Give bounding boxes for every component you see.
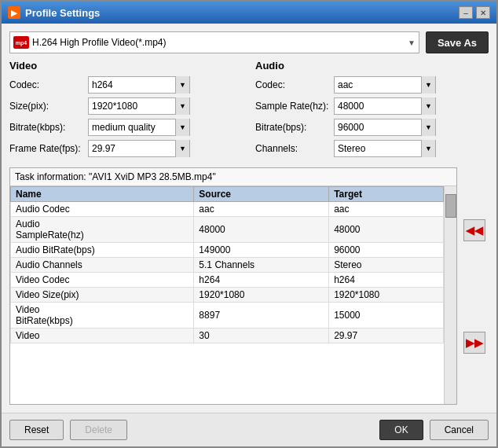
main-content: mp4 H.264 High Profile Video(*.mp4) ▼ Sa… xyxy=(2,24,496,413)
audio-samplerate-row: Sample Rate(hz): 48000 ▼ xyxy=(255,97,489,115)
bottom-right-buttons: OK Cancel xyxy=(379,420,489,440)
audio-channels-value: Stereo xyxy=(335,143,421,154)
audio-bitrate-row: Bitrate(bps): 96000 ▼ xyxy=(255,119,489,136)
table-cell-7-2: 29.97 xyxy=(329,329,444,343)
reset-button[interactable]: Reset xyxy=(9,420,64,440)
delete-button[interactable]: Delete xyxy=(70,420,127,440)
audio-bitrate-select[interactable]: 96000 ▼ xyxy=(334,119,436,136)
video-size-select[interactable]: 1920*1080 ▼ xyxy=(88,97,190,115)
table-cell-3-1: 5.1 Channels xyxy=(194,258,329,273)
profile-select-wrapper[interactable]: mp4 H.264 High Profile Video(*.mp4) ▼ xyxy=(9,31,419,53)
table-cell-1-2: 48000 xyxy=(329,217,444,243)
table-row: Video BitRate(kbps)889715000 xyxy=(11,303,444,329)
table-scroll[interactable]: Name Source Target Audio CodecaacaacAudi… xyxy=(10,186,444,404)
audio-section: Audio Codec: aac ▼ Sample Rate(hz): 4800… xyxy=(255,60,489,161)
sections-row: Video Codec: h264 ▼ Size(pix): 1920*1080… xyxy=(9,60,489,161)
audio-bitrate-value: 96000 xyxy=(335,122,421,133)
video-bitrate-value: medium quality xyxy=(89,122,175,133)
audio-channels-label: Channels: xyxy=(255,143,334,154)
col-header-name: Name xyxy=(11,187,194,202)
table-cell-2-2: 96000 xyxy=(329,243,444,258)
profile-dropdown-arrow[interactable]: ▼ xyxy=(408,39,416,47)
col-header-source: Source xyxy=(194,187,329,202)
title-bar-left: ▶ Profile Settings xyxy=(8,6,100,19)
app-icon: ▶ xyxy=(8,6,20,19)
table-cell-6-1: 8897 xyxy=(194,303,329,329)
audio-codec-arrow[interactable]: ▼ xyxy=(421,76,435,94)
video-framerate-select[interactable]: 29.97 ▼ xyxy=(88,140,190,157)
table-wrapper: Name Source Target Audio CodecaacaacAudi… xyxy=(10,186,456,404)
scroll-thumb[interactable] xyxy=(445,194,456,218)
profile-select-text[interactable]: H.264 High Profile Video(*.mp4) xyxy=(32,37,408,48)
table-cell-2-0: Audio BitRate(bps) xyxy=(11,243,194,258)
audio-codec-label: Codec: xyxy=(255,79,334,90)
table-cell-0-1: aac xyxy=(194,202,329,217)
audio-bitrate-label: Bitrate(bps): xyxy=(255,122,334,133)
video-codec-arrow[interactable]: ▼ xyxy=(175,76,189,94)
video-bitrate-label: Bitrate(kbps): xyxy=(9,122,88,133)
audio-channels-select[interactable]: Stereo ▼ xyxy=(334,140,436,157)
table-row: Audio Channels5.1 ChannelsStereo xyxy=(11,258,444,273)
video-framerate-value: 29.97 xyxy=(89,143,175,154)
video-bitrate-select[interactable]: medium quality ▼ xyxy=(88,119,190,136)
scrollbar[interactable] xyxy=(444,186,456,404)
scroll-track[interactable] xyxy=(445,186,456,404)
table-container: Task information: "AVI1 XviD MP3 28.5MB.… xyxy=(9,167,489,405)
close-button[interactable]: ✕ xyxy=(476,6,490,19)
table-row: Video3029.97 xyxy=(11,329,444,343)
video-codec-row: Codec: h264 ▼ xyxy=(9,76,243,94)
table-cell-5-0: Video Size(pix) xyxy=(11,288,194,303)
task-info: Task information: "AVI1 XviD MP3 28.5MB.… xyxy=(10,168,456,186)
save-as-button[interactable]: Save As xyxy=(426,31,489,53)
title-bar: ▶ Profile Settings – ✕ xyxy=(2,2,496,24)
video-size-label: Size(pix): xyxy=(9,101,88,112)
table-cell-5-1: 1920*1080 xyxy=(194,288,329,303)
audio-channels-arrow[interactable]: ▼ xyxy=(421,140,435,157)
table-row: Video Codech264h264 xyxy=(11,273,444,288)
table-cell-1-1: 48000 xyxy=(194,217,329,243)
video-framerate-label: Frame Rate(fps): xyxy=(9,143,88,154)
audio-samplerate-arrow[interactable]: ▼ xyxy=(421,97,435,115)
table-cell-4-0: Video Codec xyxy=(11,273,194,288)
video-framerate-row: Frame Rate(fps): 29.97 ▼ xyxy=(9,140,243,157)
table-cell-4-1: h264 xyxy=(194,273,329,288)
audio-codec-select[interactable]: aac ▼ xyxy=(334,76,436,94)
video-framerate-arrow[interactable]: ▼ xyxy=(175,140,189,157)
table-cell-7-1: 30 xyxy=(194,329,329,343)
audio-samplerate-select[interactable]: 48000 ▼ xyxy=(334,97,436,115)
table-header-row: Name Source Target xyxy=(11,187,444,202)
title-controls: – ✕ xyxy=(459,6,490,19)
audio-bitrate-arrow[interactable]: ▼ xyxy=(421,119,435,136)
window-title: Profile Settings xyxy=(25,7,100,19)
rewind-button[interactable]: ◀◀ xyxy=(463,219,485,241)
table-cell-0-2: aac xyxy=(329,202,444,217)
cancel-button[interactable]: Cancel xyxy=(430,420,489,440)
minimize-button[interactable]: – xyxy=(459,6,473,19)
table-cell-2-1: 149000 xyxy=(194,243,329,258)
audio-codec-value: aac xyxy=(335,79,421,90)
table-cell-4-2: h264 xyxy=(329,273,444,288)
table-cell-1-0: Audio SampleRate(hz) xyxy=(11,217,194,243)
forward-icon: ▶▶ xyxy=(466,336,483,349)
audio-samplerate-label: Sample Rate(hz): xyxy=(255,101,334,112)
forward-button[interactable]: ▶▶ xyxy=(463,332,485,354)
audio-samplerate-value: 48000 xyxy=(335,101,421,112)
table-row: Video Size(pix)1920*10801920*1080 xyxy=(11,288,444,303)
task-table: Task information: "AVI1 XviD MP3 28.5MB.… xyxy=(9,167,457,405)
table-row: Audio BitRate(bps)14900096000 xyxy=(11,243,444,258)
col-header-target: Target xyxy=(329,187,444,202)
video-size-arrow[interactable]: ▼ xyxy=(175,97,189,115)
video-bitrate-arrow[interactable]: ▼ xyxy=(175,119,189,136)
audio-section-title: Audio xyxy=(255,60,489,72)
video-size-value: 1920*1080 xyxy=(89,101,175,112)
table-cell-3-2: Stereo xyxy=(329,258,444,273)
ok-button[interactable]: OK xyxy=(379,420,423,440)
rewind-icon: ◀◀ xyxy=(466,224,483,237)
table-row: Audio SampleRate(hz)4800048000 xyxy=(11,217,444,243)
profile-icon: mp4 xyxy=(13,36,29,49)
bottom-left-buttons: Reset Delete xyxy=(9,420,127,440)
profile-row: mp4 H.264 High Profile Video(*.mp4) ▼ Sa… xyxy=(9,31,489,53)
video-size-row: Size(pix): 1920*1080 ▼ xyxy=(9,97,243,115)
audio-channels-row: Channels: Stereo ▼ xyxy=(255,140,489,157)
video-codec-select[interactable]: h264 ▼ xyxy=(88,76,190,94)
